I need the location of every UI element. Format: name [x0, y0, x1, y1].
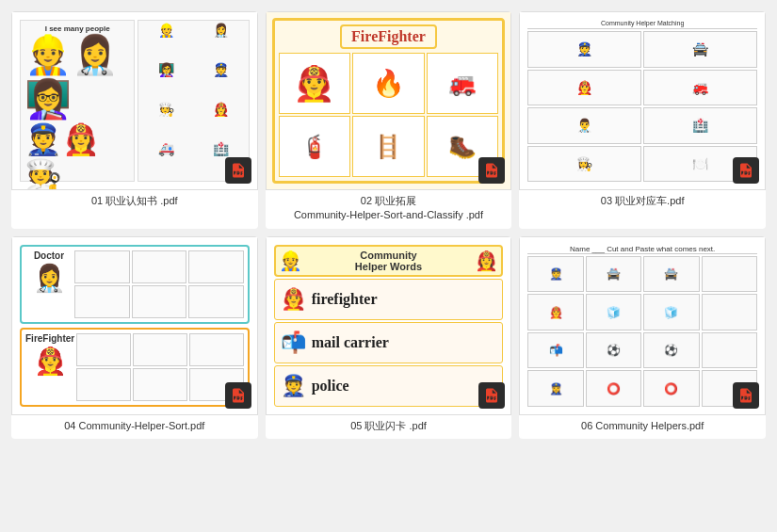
- card-4: Doctor 👩‍⚕️ FireFighter: [11, 236, 258, 439]
- card-3-label: 03 职业对应车.pdf: [595, 190, 690, 214]
- helpers-preview: Name ___ Cut and Paste what comes next. …: [524, 241, 761, 411]
- card-5: 👷 CommunityHelper Words 👩‍🚒 👨‍🚒 firefigh…: [266, 236, 512, 439]
- helpers-row-2: 👨‍🚒 🧊 🧊: [527, 294, 757, 330]
- matching-title: Community Helper Matching: [527, 20, 757, 29]
- ff-grid-cell-2: [133, 333, 187, 366]
- doctor-sort-card: Doctor 👩‍⚕️: [20, 245, 250, 324]
- person-icon-3: 👩‍🏫: [140, 62, 192, 100]
- helper-cell-blank3: [702, 332, 757, 369]
- helper-cell-car2: 🚔: [643, 256, 699, 293]
- person-icon-1: 👷: [140, 23, 192, 60]
- header-person-right: 👩‍🚒: [475, 250, 498, 272]
- card-6-label: 06 Community Helpers.pdf: [575, 415, 709, 439]
- doctor-icon: 👩‍⚕️: [33, 263, 66, 294]
- pdf-badge-5[interactable]: [478, 382, 505, 409]
- flashcard-row-police: 👮 police: [274, 365, 504, 407]
- firefighter-card: FireFighter 👨‍🚒 🔥 🚒 🧯 🪜 🥾: [272, 18, 506, 184]
- helper-cell-firefighter: 👨‍🚒: [527, 294, 583, 330]
- card-6-preview: Name ___ Cut and Paste what comes next. …: [519, 236, 766, 415]
- card-2-preview: FireFighter 👨‍🚒 🔥 🚒 🧯 🪜 🥾: [266, 11, 512, 190]
- firefighter-grid: 👨‍🚒 🔥 🚒 🧯 🪜 🥾: [279, 53, 499, 177]
- ff-cell-truck: 🚒: [427, 53, 499, 114]
- ff-cell-fire: 🔥: [352, 53, 425, 114]
- pdf-badge-6[interactable]: [733, 382, 759, 409]
- helper-cell-car1: 🚔: [586, 256, 641, 293]
- firefighter-icon: 👨‍🚒: [34, 346, 67, 377]
- card-3-preview: Community Helper Matching 👮 🚔 👨‍🚒 🚒 👨‍⚕️…: [519, 11, 766, 190]
- ff-grid-cell-3: [189, 333, 244, 366]
- firefighter-title: FireFighter: [340, 24, 437, 49]
- match-cell-5: 👨‍⚕️: [527, 107, 641, 144]
- firefighter-sort-card: FireFighter 👨‍🚒: [20, 328, 250, 407]
- helper-cell-ring2: ⭕: [643, 370, 699, 407]
- helpers-row-4: 👮‍♀️ ⭕ ⭕: [527, 370, 757, 407]
- doctor-grid-cell-2: [132, 250, 187, 283]
- pdf-badge-4[interactable]: [225, 382, 251, 409]
- helper-cell-ring1: ⭕: [586, 370, 641, 407]
- pdf-badge-2[interactable]: [478, 157, 505, 184]
- helpers-row-1: 👮 🚔 🚔: [527, 256, 757, 293]
- match-cell-7: 👩‍🍳: [527, 146, 641, 183]
- firefighter-flash-word: firefighter: [312, 291, 378, 308]
- mailcarrier-flash-icon: 📬: [281, 330, 306, 355]
- card-4-label: 04 Community-Helper-Sort.pdf: [58, 415, 210, 439]
- flashcards-preview: 👷 CommunityHelper Words 👩‍🚒 👨‍🚒 firefigh…: [270, 241, 508, 411]
- doctor-grid-cell-5: [132, 285, 187, 318]
- person-icon-5: 🧑‍🍳: [140, 102, 192, 139]
- ff-grid-cell-5: [133, 368, 187, 401]
- card-5-label: 05 职业闪卡 .pdf: [345, 415, 432, 439]
- helper-cell-blank2: [702, 294, 757, 330]
- helper-cell-circle2: ⚽: [643, 332, 699, 369]
- sort-preview: Doctor 👩‍⚕️ FireFighter: [16, 241, 253, 411]
- person-icon-7: 🚑: [140, 141, 192, 179]
- pdf-badge-1[interactable]: [225, 157, 251, 184]
- card-2: FireFighter 👨‍🚒 🔥 🚒 🧯 🪜 🥾 02 职业拓展Communi…: [266, 11, 512, 229]
- card-1-label: 01 职业认知书 .pdf: [86, 190, 184, 214]
- helper-cell-ice2: 🧊: [643, 294, 699, 330]
- helpers-row-3: 📬 ⚽ ⚽: [527, 332, 757, 369]
- card-5-preview: 👷 CommunityHelper Words 👩‍🚒 👨‍🚒 firefigh…: [266, 236, 512, 415]
- flashcard-header-text: CommunityHelper Words: [302, 250, 476, 272]
- match-cell-1: 👮: [527, 31, 641, 68]
- helper-cell-mailcarrier: 📬: [527, 332, 583, 369]
- helpers-preview-title: Name ___ Cut and Paste what comes next.: [527, 245, 757, 254]
- helper-cell-ice1: 🧊: [586, 294, 641, 330]
- doctor-grid-cell-3: [188, 250, 244, 283]
- matching-preview: Community Helper Matching 👮 🚔 👨‍🚒 🚒 👨‍⚕️…: [524, 16, 761, 185]
- card-4-preview: Doctor 👩‍⚕️ FireFighter: [11, 236, 258, 415]
- police-flash-icon: 👮: [281, 374, 306, 398]
- card-2-label: 02 职业拓展Community-Helper-Sort-and-Classif…: [288, 190, 489, 229]
- helper-cell-police: 👮: [527, 256, 583, 293]
- doctor-grid-cell-1: [74, 250, 130, 283]
- mailcarrier-flash-word: mail carrier: [312, 334, 389, 351]
- ff-grid-cell-4: [76, 368, 131, 401]
- header-person-left: 👷: [279, 250, 302, 272]
- card-1: I see many people 👷👩‍⚕️👩‍🏫 👮👩‍🚒🧑‍🍳 in my…: [11, 11, 258, 229]
- ff-grid-cell-1: [76, 333, 131, 366]
- helper-cell-blank1: [702, 256, 757, 293]
- flashcard-row-mailcarrier: 📬 mail carrier: [274, 322, 504, 363]
- matching-grid: 👮 🚔 👨‍🚒 🚒 👨‍⚕️ 🏥 👩‍🍳 🍽️: [527, 31, 757, 182]
- person-icon-6: 👩‍🚒: [194, 102, 246, 139]
- card-6: Name ___ Cut and Paste what comes next. …: [519, 236, 766, 439]
- ff-cell-ladder: 🪜: [352, 116, 425, 177]
- book-left-page: I see many people 👷👩‍⚕️👩‍🏫 👮👩‍🚒🧑‍🍳 in my…: [20, 20, 135, 182]
- helper-cell-circle1: ⚽: [586, 332, 641, 369]
- match-cell-3: 👨‍🚒: [527, 70, 641, 106]
- community-people-icons: 👷👩‍⚕️👩‍🏫: [24, 33, 130, 121]
- flashcard-row-firefighter: 👨‍🚒 firefighter: [274, 279, 504, 320]
- police-flash-word: police: [312, 378, 349, 395]
- card-1-preview: I see many people 👷👩‍⚕️👩‍🏫 👮👩‍🚒🧑‍🍳 in my…: [11, 11, 258, 190]
- match-cell-4: 🚒: [643, 70, 757, 106]
- match-cell-6: 🏥: [643, 107, 757, 144]
- doctor-sort-title: Doctor: [34, 250, 64, 261]
- helper-cell-police2: 👮‍♀️: [527, 370, 583, 407]
- firefighter-sort-title: FireFighter: [25, 333, 74, 344]
- flashcard-header: 👷 CommunityHelper Words 👩‍🚒: [274, 245, 504, 277]
- pdf-badge-3[interactable]: [733, 157, 759, 184]
- doctor-sort-grid: [74, 250, 244, 318]
- card-3: Community Helper Matching 👮 🚔 👨‍🚒 🚒 👨‍⚕️…: [519, 11, 766, 229]
- main-grid: I see many people 👷👩‍⚕️👩‍🏫 👮👩‍🚒🧑‍🍳 in my…: [0, 0, 777, 450]
- ff-cell-firefighter: 👨‍🚒: [279, 53, 351, 114]
- match-cell-2: 🚔: [643, 31, 757, 68]
